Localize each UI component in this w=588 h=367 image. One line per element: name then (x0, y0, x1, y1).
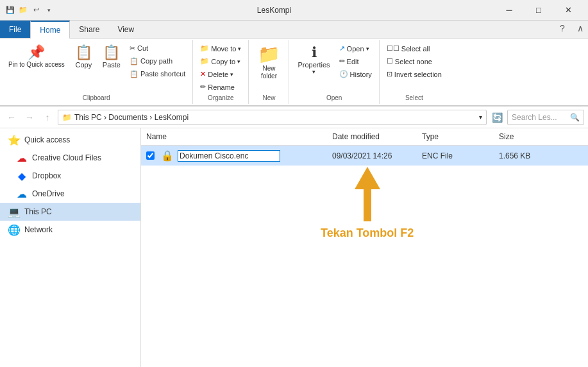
save-icon: 💾 (5, 5, 15, 15)
ribbon-collapse-button[interactable]: ∧ (573, 21, 588, 36)
column-header-name[interactable]: Name (141, 131, 327, 142)
open-buttons: ℹ Properties ▾ ↗ Open ▾ ✏ Edit 🕐 (293, 42, 374, 93)
paste-icon: 📋 (103, 46, 120, 60)
quick-access-icon: ⭐ (8, 134, 21, 146)
sidebar-item-this-pc[interactable]: 💻 This PC (0, 203, 140, 221)
ribbon-help-button[interactable]: ? (555, 21, 570, 36)
undo-icon: ↩ (31, 5, 41, 15)
column-header-type[interactable]: Type (417, 131, 494, 142)
sidebar-item-quick-access[interactable]: ⭐ Quick access (0, 131, 140, 149)
file-list-header: Name Date modified Type Size (141, 128, 588, 146)
search-icon: 🔍 (570, 113, 580, 122)
select-all-button[interactable]: ☐☐ Select all (383, 42, 445, 55)
refresh-button[interactable]: 🔄 (489, 110, 505, 125)
close-button[interactable]: ✕ (553, 0, 583, 21)
new-folder-label: Newfolder (261, 65, 277, 80)
new-folder-button[interactable]: 📁 Newfolder (253, 42, 285, 83)
ribbon-group-select: ☐☐ Select all ☐ Select none ⊡ Invert sel… (380, 40, 449, 104)
table-row[interactable]: 🔒 09/03/2021 14:26 ENC File 1.656 KB (141, 146, 588, 166)
paste-button[interactable]: 📋 Paste (98, 42, 125, 72)
annotation-text: Tekan Tombol F2 (321, 226, 414, 240)
network-icon: 🌐 (8, 224, 21, 236)
forward-button[interactable]: → (22, 110, 37, 125)
copy-to-icon: 📁 (200, 57, 209, 65)
search-box[interactable]: Search Les... 🔍 (507, 110, 584, 125)
address-bar: ← → ↑ 📁 This PC › Documents › LesKompi ▾… (0, 107, 588, 128)
open-dropdown-icon: ▾ (366, 46, 369, 52)
move-to-dropdown-icon: ▾ (238, 46, 241, 52)
rename-button[interactable]: ✏ Rename (197, 81, 244, 93)
window-controls: ─ □ ✕ (494, 0, 583, 21)
select-all-icon: ☐☐ (387, 44, 399, 53)
new-folder-icon: 📁 (258, 46, 280, 64)
file-rename-input[interactable] (178, 150, 280, 162)
tab-share[interactable]: Share (70, 21, 108, 38)
open-label: Open (326, 94, 342, 101)
invert-icon: ⊡ (387, 70, 392, 78)
address-path[interactable]: 📁 This PC › Documents › LesKompi ▾ (58, 110, 487, 125)
cut-button[interactable]: ✂ Cut (126, 42, 189, 55)
pin-icon: 📌 (28, 46, 45, 60)
copy-to-button[interactable]: 📁 Copy to ▾ (197, 55, 244, 67)
clipboard-label: Clipboard (83, 94, 110, 101)
new-label: New (262, 94, 275, 101)
copy-icon: 📋 (75, 46, 92, 60)
copy-button[interactable]: 📋 Copy (71, 42, 97, 72)
invert-selection-button[interactable]: ⊡ Invert selection (383, 68, 445, 80)
select-none-button[interactable]: ☐ Select none (383, 55, 445, 67)
back-button[interactable]: ← (4, 110, 19, 125)
organize-buttons: 📁 Move to ▾ 📁 Copy to ▾ ✕ Delete ▾ (197, 42, 244, 93)
sidebar-item-creative-cloud[interactable]: ☁ Creative Cloud Files (0, 149, 140, 167)
up-button[interactable]: ↑ (40, 110, 55, 125)
annotation-arrow-shaft (364, 189, 371, 221)
edit-button[interactable]: ✏ Edit (336, 55, 375, 67)
open-small-stack: ↗ Open ▾ ✏ Edit 🕐 History (336, 42, 375, 80)
enc-file-icon: 🔒 (161, 149, 174, 162)
tab-file[interactable]: File (0, 21, 30, 38)
properties-button[interactable]: ℹ Properties ▾ (293, 42, 334, 78)
path-dropdown-icon[interactable]: ▾ (479, 114, 482, 121)
new-buttons: 📁 Newfolder (253, 42, 285, 93)
quick-access-dropdown-icon[interactable]: ▾ (44, 5, 54, 15)
ribbon-group-clipboard: 📌 Pin to Quick access 📋 Copy 📋 Paste ✂ C… (0, 40, 193, 104)
main-content: ⭐ Quick access ☁ Creative Cloud Files ◆ … (0, 128, 588, 367)
sidebar-item-network[interactable]: 🌐 Network (0, 221, 140, 239)
delete-dropdown-icon: ▾ (230, 71, 233, 78)
properties-icon: ℹ (312, 46, 317, 60)
move-to-button[interactable]: 📁 Move to ▾ (197, 42, 244, 55)
clipboard-buttons: 📌 Pin to Quick access 📋 Copy 📋 Paste ✂ C… (4, 42, 189, 93)
maximize-button[interactable]: □ (524, 0, 553, 21)
column-header-date[interactable]: Date modified (327, 131, 417, 142)
tab-home[interactable]: Home (30, 21, 70, 38)
history-button[interactable]: 🕐 History (336, 68, 375, 80)
sidebar-item-onedrive[interactable]: ☁ OneDrive (0, 185, 140, 203)
select-label: Select (405, 94, 423, 101)
properties-dropdown-icon: ▾ (312, 69, 315, 75)
sidebar-item-dropbox[interactable]: ◆ Dropbox (0, 167, 140, 185)
open-button[interactable]: ↗ Open ▾ (336, 42, 375, 55)
tab-view[interactable]: View (108, 21, 143, 38)
file-type: ENC File (417, 150, 494, 162)
select-none-icon: ☐ (387, 57, 393, 65)
open-icon: ↗ (339, 44, 345, 53)
file-date: 09/03/2021 14:26 (327, 150, 417, 162)
clipboard-small-stack: ✂ Cut 📋 Copy path 📋 Paste shortcut (126, 42, 189, 80)
annotation-arrow-head (355, 167, 380, 189)
ribbon-group-new: 📁 Newfolder New (249, 40, 289, 104)
search-placeholder: Search Les... (512, 113, 557, 122)
title-bar: 💾 📁 ↩ ▾ LesKompi ─ □ ✕ (0, 0, 588, 21)
paste-shortcut-button[interactable]: 📋 Paste shortcut (126, 68, 189, 80)
pin-to-quick-access-button[interactable]: 📌 Pin to Quick access (4, 42, 69, 72)
select-stack: ☐☐ Select all ☐ Select none ⊡ Invert sel… (383, 42, 445, 80)
minimize-button[interactable]: ─ (494, 0, 524, 21)
delete-button[interactable]: ✕ Delete ▾ (197, 68, 244, 80)
copy-path-button[interactable]: 📋 Copy path (126, 55, 189, 67)
ribbon-content: 📌 Pin to Quick access 📋 Copy 📋 Paste ✂ C… (0, 38, 588, 106)
column-header-size[interactable]: Size (494, 131, 558, 142)
path-text: This PC › Documents › LesKompi (74, 113, 189, 122)
window-title: LesKompi (54, 6, 494, 15)
sidebar: ⭐ Quick access ☁ Creative Cloud Files ◆ … (0, 128, 141, 367)
title-bar-quick-icons: 💾 📁 ↩ ▾ (5, 5, 54, 15)
delete-icon: ✕ (200, 70, 206, 78)
file-checkbox[interactable] (146, 151, 155, 160)
